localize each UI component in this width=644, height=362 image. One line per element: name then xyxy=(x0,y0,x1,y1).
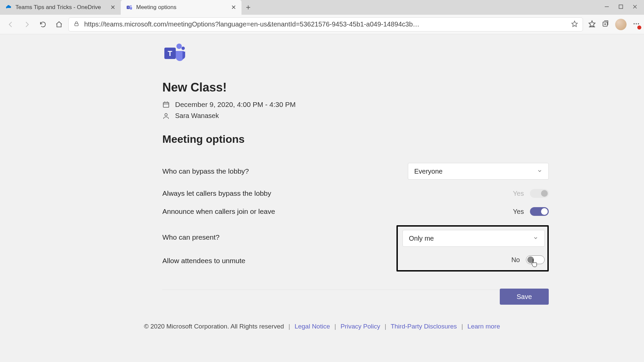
forward-button[interactable] xyxy=(20,18,34,31)
third-party-link[interactable]: Third-Party Disclosures xyxy=(391,323,457,330)
back-button[interactable] xyxy=(4,18,17,31)
lock-icon[interactable] xyxy=(73,21,79,28)
svg-point-14 xyxy=(634,23,635,24)
svg-point-18 xyxy=(181,47,185,50)
option-lobby-bypass: Who can bypass the lobby? Everyone xyxy=(162,158,549,184)
meeting-time-text: December 9, 2020, 4:00 PM - 4:30 PM xyxy=(175,101,296,109)
favorites-bar-icon[interactable] xyxy=(588,20,596,29)
profile-avatar[interactable] xyxy=(615,19,627,30)
option-label: Who can present? xyxy=(162,225,401,241)
svg-marker-9 xyxy=(589,20,595,26)
minimize-icon[interactable] xyxy=(604,4,609,10)
calendar-icon xyxy=(162,101,170,108)
present-dropdown[interactable]: Only me xyxy=(402,230,545,247)
option-label: Who can bypass the lobby? xyxy=(162,167,408,175)
teams-logo: T xyxy=(162,42,515,66)
svg-point-25 xyxy=(165,113,167,116)
dropdown-value: Only me xyxy=(409,235,434,242)
organizer-row: Sara Wanasek xyxy=(162,112,515,120)
section-title: Meeting options xyxy=(162,133,515,145)
browser-toolbar: https://teams.microsoft.com/meetingOptio… xyxy=(0,15,644,34)
tab-title: Teams Tips and Tricks - OneDrive xyxy=(15,4,107,11)
svg-point-2 xyxy=(130,5,131,7)
close-icon[interactable]: ✕ xyxy=(231,4,236,11)
new-tab-button[interactable]: + xyxy=(241,0,255,15)
option-label: Always let callers bypass the lobby xyxy=(162,189,513,197)
svg-text:T: T xyxy=(127,6,129,9)
notification-badge xyxy=(637,25,641,29)
toggle-value-text: Yes xyxy=(513,190,524,197)
tab-title: Meeting options xyxy=(136,4,228,11)
browser-tab-meeting-options[interactable]: T Meeting options ✕ xyxy=(121,0,241,15)
svg-rect-21 xyxy=(163,103,169,108)
svg-point-17 xyxy=(176,44,182,49)
close-icon[interactable]: ✕ xyxy=(110,4,115,11)
dropdown-value: Everyone xyxy=(414,168,443,175)
privacy-policy-link[interactable]: Privacy Policy xyxy=(340,323,380,330)
toggle-value-text: Yes xyxy=(513,208,524,216)
highlight-annotation: Only me No xyxy=(396,225,549,272)
svg-rect-7 xyxy=(75,23,78,26)
person-icon xyxy=(162,112,170,120)
window-controls xyxy=(598,0,644,15)
lobby-bypass-dropdown[interactable]: Everyone xyxy=(408,163,549,180)
announce-toggle[interactable] xyxy=(530,207,549,216)
legal-notice-link[interactable]: Legal Notice xyxy=(294,323,330,330)
refresh-button[interactable] xyxy=(36,18,50,31)
onedrive-icon xyxy=(5,4,12,11)
teams-icon: T xyxy=(126,4,133,11)
collections-icon[interactable] xyxy=(602,20,609,29)
browser-tab-onedrive[interactable]: Teams Tips and Tricks - OneDrive ✕ xyxy=(0,0,121,15)
more-menu-icon[interactable] xyxy=(633,20,640,29)
toggle-value-text: No xyxy=(511,256,520,264)
close-window-icon[interactable] xyxy=(633,4,637,10)
maximize-icon[interactable] xyxy=(619,4,623,10)
svg-marker-8 xyxy=(572,21,578,26)
save-button[interactable]: Save xyxy=(500,289,549,305)
option-label: Announce when callers join or leave xyxy=(162,207,513,216)
organizer-name: Sara Wanasek xyxy=(175,112,219,120)
svg-point-15 xyxy=(636,23,637,24)
svg-point-16 xyxy=(638,23,639,24)
home-button[interactable] xyxy=(52,18,66,31)
chevron-down-icon xyxy=(537,168,542,175)
copyright-text: © 2020 Microsoft Corporation. All Rights… xyxy=(144,323,284,330)
option-present: Who can present? Only me No xyxy=(162,221,549,276)
url-text: https://teams.microsoft.com/meetingOptio… xyxy=(84,20,567,28)
option-announce: Announce when callers join or leave Yes xyxy=(162,202,549,221)
callers-bypass-toggle xyxy=(530,189,549,198)
meeting-name: New Class! xyxy=(162,80,515,95)
chevron-down-icon xyxy=(533,235,538,242)
svg-rect-4 xyxy=(619,5,623,9)
browser-tabstrip: Teams Tips and Tricks - OneDrive ✕ T Mee… xyxy=(0,0,644,15)
unmute-toggle[interactable] xyxy=(526,255,545,264)
learn-more-link[interactable]: Learn more xyxy=(468,323,500,330)
footer: © 2020 Microsoft Corporation. All Rights… xyxy=(129,323,515,330)
option-callers-bypass: Always let callers bypass the lobby Yes xyxy=(162,184,549,202)
address-bar[interactable]: https://teams.microsoft.com/meetingOptio… xyxy=(68,17,583,32)
svg-text:T: T xyxy=(168,49,172,58)
extension-icons xyxy=(586,19,640,30)
favorite-icon[interactable] xyxy=(571,20,578,28)
meeting-time-row: December 9, 2020, 4:00 PM - 4:30 PM xyxy=(162,101,515,109)
page-viewport: T New Class! December 9, 2020, 4:00 PM -… xyxy=(0,34,644,362)
